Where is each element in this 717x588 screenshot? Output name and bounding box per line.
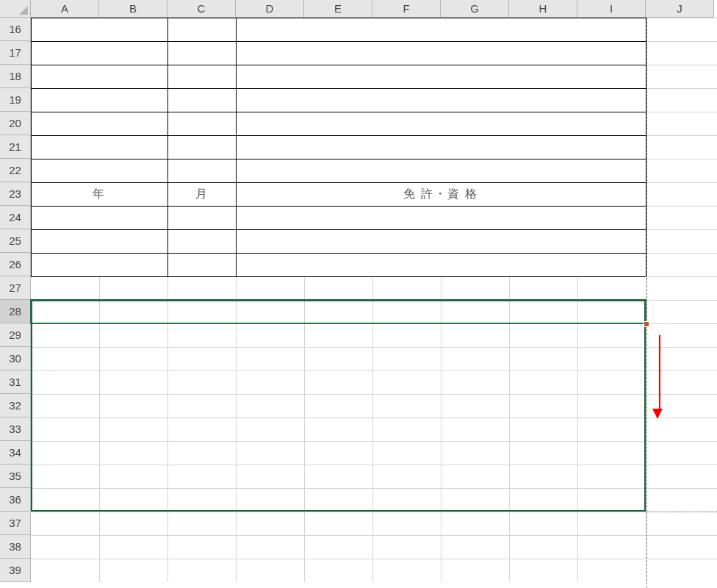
cell-D19-I19[interactable]: [236, 88, 646, 112]
cell-D22-I22[interactable]: [236, 159, 646, 182]
row-header-35[interactable]: 35: [0, 465, 31, 488]
column-header-H[interactable]: H: [509, 0, 577, 18]
cell-A26-B26[interactable]: [31, 253, 167, 276]
cell-A18-B18[interactable]: [31, 65, 167, 88]
row-headers: 1617181920212223242526272829303132333435…: [0, 18, 31, 582]
cell-A20-B20[interactable]: [31, 112, 167, 135]
row-header-21[interactable]: 21: [0, 135, 31, 159]
cell-A23-B23[interactable]: 年: [31, 182, 167, 206]
cell-D20-I20[interactable]: [236, 112, 646, 135]
row-header-27[interactable]: 27: [0, 276, 31, 300]
spreadsheet-grid: A B C D E F G H I J 16171819202122232425…: [0, 0, 717, 588]
row-header-25[interactable]: 25: [0, 229, 31, 253]
cell-D24-I24[interactable]: [236, 206, 646, 229]
cell-A25-B25[interactable]: [31, 229, 167, 253]
column-header-F[interactable]: F: [372, 0, 441, 18]
cell-D25-I25[interactable]: [236, 229, 646, 253]
row-header-39[interactable]: 39: [0, 559, 31, 582]
row-header-23[interactable]: 23: [0, 182, 31, 206]
row-header-22[interactable]: 22: [0, 159, 31, 182]
range-frame: [31, 300, 646, 512]
row-header-31[interactable]: 31: [0, 370, 31, 394]
cell-C23[interactable]: 月: [167, 182, 236, 206]
column-header-G[interactable]: G: [441, 0, 509, 18]
cell-D21-I21[interactable]: [236, 135, 646, 159]
column-header-B[interactable]: B: [99, 0, 167, 18]
row-header-38[interactable]: 38: [0, 535, 31, 559]
cell-A19-B19[interactable]: [31, 88, 167, 112]
row-header-16[interactable]: 16: [0, 18, 31, 41]
column-header-D[interactable]: D: [236, 0, 304, 18]
column-header-A[interactable]: A: [31, 0, 99, 18]
row-header-29[interactable]: 29: [0, 323, 31, 347]
selection-outline: [30, 299, 646, 324]
row-header-19[interactable]: 19: [0, 88, 31, 112]
row-header-34[interactable]: 34: [0, 441, 31, 465]
cell-D18-I18[interactable]: [236, 65, 646, 88]
cell-A21-B21[interactable]: [31, 135, 167, 159]
row-header-24[interactable]: 24: [0, 206, 31, 229]
fill-handle[interactable]: [644, 321, 649, 327]
row-header-18[interactable]: 18: [0, 65, 31, 88]
cell-A24-B24[interactable]: [31, 206, 167, 229]
column-headers: A B C D E F G H I J: [31, 0, 714, 18]
column-header-C[interactable]: C: [167, 0, 236, 18]
cell-D23-I23[interactable]: 免 許・資 格: [236, 182, 646, 206]
cell-A17-B17[interactable]: [31, 41, 167, 65]
red-arrow-annotation: [657, 335, 663, 419]
row-header-17[interactable]: 17: [0, 41, 31, 65]
cell-A22-B22[interactable]: [31, 159, 167, 182]
row-header-20[interactable]: 20: [0, 112, 31, 135]
column-header-J[interactable]: J: [646, 0, 714, 18]
row-header-28[interactable]: 28: [0, 300, 31, 323]
cell-D16-I16[interactable]: [236, 18, 646, 41]
row-header-32[interactable]: 32: [0, 394, 31, 417]
cell-D17-I17[interactable]: [236, 41, 646, 65]
row-header-37[interactable]: 37: [0, 512, 31, 535]
cell-D26-I26[interactable]: [236, 253, 646, 276]
select-all-corner[interactable]: [0, 0, 31, 18]
column-header-E[interactable]: E: [304, 0, 372, 18]
row-header-36[interactable]: 36: [0, 488, 31, 512]
row-header-33[interactable]: 33: [0, 417, 31, 441]
column-header-I[interactable]: I: [577, 0, 646, 18]
row-header-30[interactable]: 30: [0, 347, 31, 370]
row-header-26[interactable]: 26: [0, 253, 31, 276]
cell-A16-B16[interactable]: [31, 18, 167, 41]
